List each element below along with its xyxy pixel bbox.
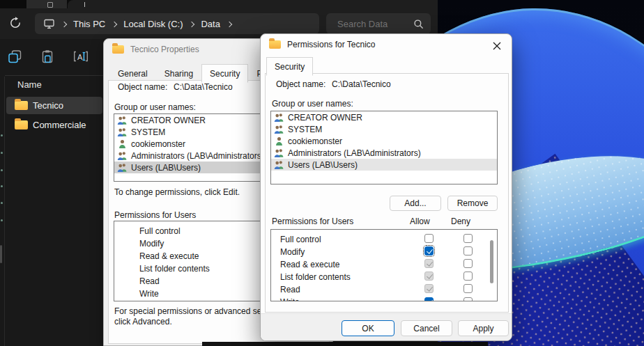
deny-checkbox-write[interactable] — [463, 297, 473, 301]
group-name: CREATOR OWNER — [288, 113, 362, 123]
permission-label: List folder contents — [280, 272, 351, 282]
remove-button[interactable]: Remove — [447, 196, 498, 211]
group-name: cookiemonster — [288, 136, 342, 146]
group-row[interactable]: cookiemonster — [271, 135, 497, 147]
group-icon — [274, 113, 284, 122]
group-name: Users (LAB\Users) — [131, 163, 201, 173]
paste-button[interactable] — [38, 47, 56, 65]
permissions-dialog-title: Permissions for Tecnico — [287, 40, 376, 49]
group-icon — [274, 148, 284, 157]
permission-label: Modify — [139, 239, 164, 249]
tab-caret — [84, 2, 85, 7]
object-name-value: C:\Data\Tecnico — [332, 79, 391, 89]
user-icon — [117, 139, 128, 148]
group-row[interactable]: SYSTEM — [271, 123, 497, 135]
folder-icon — [15, 120, 28, 129]
object-name-label: Object name: — [118, 82, 167, 92]
group-name: cookiemonster — [131, 139, 185, 149]
chevron-right-icon — [61, 21, 67, 26]
tab-icon — [47, 2, 53, 8]
group-icon — [117, 151, 128, 160]
permissions-tabs: Security — [266, 57, 313, 76]
group-name: Administrators (LAB\Administrators) — [288, 148, 421, 158]
file-row-tecnico[interactable]: Tecnico — [6, 97, 102, 114]
rename-icon: A — [72, 49, 89, 63]
paste-icon — [40, 49, 54, 64]
edit-hint: To change permissions, click Edit. — [114, 187, 240, 197]
permissions-label: Permissions for Users — [114, 210, 196, 220]
nav-tree-dot — [1, 169, 3, 171]
group-name: CREATOR OWNER — [131, 116, 206, 125]
permission-label: Write — [280, 297, 300, 301]
tab-security[interactable]: Security — [266, 57, 313, 76]
cancel-button[interactable]: Cancel — [401, 320, 452, 336]
deny-checkbox-full-control[interactable] — [463, 234, 473, 243]
nav-tree-dot — [1, 185, 3, 187]
permission-label: Read & execute — [280, 260, 339, 269]
group-name: Users (LAB\Users) — [288, 160, 358, 170]
screen: This PC Local Disk (C:) Data — [0, 0, 644, 346]
copy-icon — [8, 49, 22, 64]
permissions-label: Permissions for Users — [272, 217, 353, 226]
deny-checkbox-list-folder[interactable] — [463, 272, 473, 281]
deny-checkbox-read[interactable] — [463, 284, 473, 293]
close-button[interactable] — [489, 40, 505, 52]
folder-icon — [269, 40, 281, 49]
group-icon — [274, 125, 284, 134]
allow-header: Allow — [410, 217, 430, 226]
properties-dialog-title: Tecnico Properties — [130, 45, 199, 54]
breadcrumb-item-local-disk[interactable]: Local Disk (C:) — [123, 19, 183, 29]
permissions-dialog: Permissions for Tecnico Security Object … — [260, 33, 512, 341]
allow-checkbox-full-control[interactable] — [424, 234, 434, 243]
group-icon — [117, 163, 128, 172]
group-row[interactable]: Administrators (LAB\Administrators) — [271, 147, 497, 159]
deny-checkbox-modify[interactable] — [463, 246, 473, 255]
permissions-checkbox-list: Full control Modify Read & execute List … — [270, 229, 498, 301]
file-name: Commerciale — [33, 120, 86, 130]
chevron-right-icon — [189, 21, 194, 26]
permission-label: Full control — [139, 226, 181, 236]
group-name: SYSTEM — [288, 125, 322, 134]
refresh-icon — [8, 16, 22, 30]
folder-icon — [15, 101, 28, 110]
object-name-label: Object name: — [276, 79, 325, 89]
group-row[interactable]: CREATOR OWNER — [271, 111, 497, 123]
allow-checkbox-modify[interactable] — [424, 246, 434, 255]
file-name: Tecnico — [33, 100, 63, 111]
allow-checkbox-write[interactable] — [424, 297, 434, 301]
copy-button[interactable] — [6, 47, 24, 65]
breadcrumb-item-data[interactable]: Data — [201, 19, 220, 29]
allow-checkbox-list-folder[interactable] — [424, 272, 434, 281]
breadcrumb: This PC Local Disk (C:) Data — [35, 13, 319, 34]
allow-checkbox-read-execute[interactable] — [424, 259, 434, 268]
file-row-commerciale[interactable]: Commerciale — [6, 116, 102, 134]
advanced-hint-line2: click Advanced. — [114, 317, 172, 327]
tab-security[interactable]: Security — [201, 64, 248, 83]
ok-button[interactable]: OK — [342, 320, 394, 336]
permission-label: Read — [139, 276, 160, 286]
group-listbox: CREATOR OWNER SYSTEM cookiemonster — [270, 111, 498, 184]
group-icon — [117, 127, 128, 136]
explorer-tab-strip — [0, 0, 438, 8]
group-icon — [274, 160, 284, 169]
permission-label: List folder contents — [139, 264, 210, 274]
column-header-name[interactable]: Name — [17, 79, 42, 90]
deny-checkbox-read-execute[interactable] — [463, 259, 473, 268]
taskbar-sliver — [202, 342, 488, 346]
rename-button[interactable]: A — [72, 47, 90, 65]
breadcrumb-item-this-pc[interactable]: This PC — [73, 19, 105, 29]
add-button[interactable]: Add... — [390, 196, 441, 211]
nav-scrollbar-thumb[interactable] — [0, 245, 2, 263]
list-scrollbar-thumb[interactable] — [490, 240, 493, 283]
apply-button[interactable]: Apply — [458, 320, 509, 336]
properties-dialog-titlebar[interactable]: Tecnico Properties — [112, 45, 199, 54]
permission-label: Read — [280, 285, 300, 294]
search-input[interactable] — [336, 18, 413, 30]
refresh-button[interactable] — [8, 16, 24, 31]
group-name: Administrators (LAB\Administrators) — [131, 151, 264, 161]
permissions-dialog-titlebar[interactable]: Permissions for Tecnico — [269, 40, 376, 49]
group-row-selected[interactable]: Users (LAB\Users) — [271, 159, 497, 171]
allow-checkbox-read[interactable] — [424, 284, 434, 293]
svg-text:A: A — [77, 53, 83, 61]
explorer-tab-fragment[interactable] — [26, 0, 67, 8]
